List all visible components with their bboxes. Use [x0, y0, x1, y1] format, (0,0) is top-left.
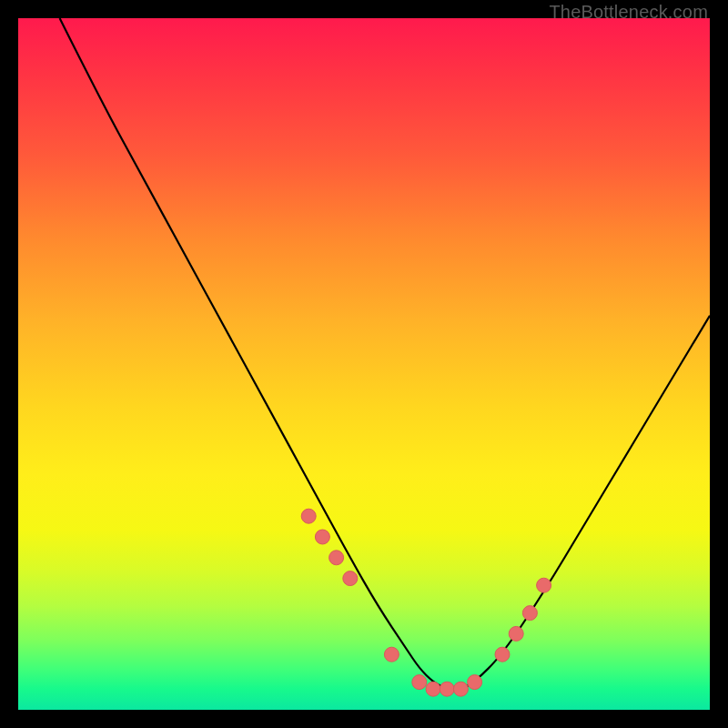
- curve-marker: [440, 682, 454, 696]
- curve-marker: [426, 682, 440, 696]
- outer-frame: TheBottleneck.com: [0, 0, 728, 728]
- curve-marker: [315, 530, 329, 544]
- curve-marker: [384, 647, 399, 662]
- curve-marker: [468, 675, 482, 690]
- curve-marker: [495, 647, 510, 662]
- bottleneck-curve-path: [60, 18, 710, 689]
- curve-marker: [412, 675, 427, 690]
- curve-marker: [453, 682, 468, 696]
- curve-marker: [329, 551, 344, 565]
- plot-area: [18, 18, 710, 710]
- curve-marker: [509, 626, 523, 641]
- curve-svg: [18, 18, 710, 710]
- curve-marker: [301, 509, 316, 523]
- curve-marker: [537, 578, 551, 592]
- curve-marker: [522, 606, 537, 621]
- curve-marker: [343, 571, 358, 586]
